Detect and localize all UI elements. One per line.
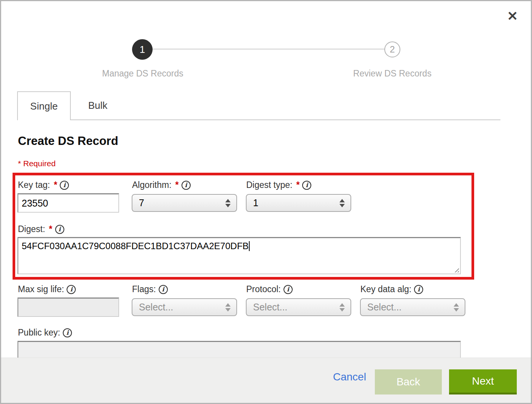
stepper-step-1-circle: 1 bbox=[132, 39, 153, 60]
digest-label: Digest: * i bbox=[18, 224, 64, 234]
required-asterisk: * bbox=[53, 180, 57, 190]
key-tag-label-text: Key tag: bbox=[18, 180, 50, 190]
stepper-step-2-circle: 2 bbox=[384, 41, 400, 57]
resize-handle-icon[interactable] bbox=[453, 267, 459, 272]
algorithm-label: Algorithm: * i bbox=[132, 180, 191, 190]
select-arrows-icon bbox=[225, 303, 231, 312]
max-sig-life-input[interactable] bbox=[18, 297, 119, 317]
select-arrows-icon bbox=[225, 199, 231, 207]
text-cursor bbox=[249, 241, 250, 251]
info-icon[interactable]: i bbox=[159, 285, 168, 294]
digest-label-text: Digest: bbox=[18, 224, 45, 234]
back-button[interactable]: Back bbox=[375, 369, 442, 394]
digest-type-label-text: Digest type: bbox=[246, 180, 292, 190]
page-title: Create DS Record bbox=[18, 134, 118, 148]
info-icon[interactable]: i bbox=[60, 181, 69, 190]
info-icon[interactable]: i bbox=[414, 285, 423, 294]
select-arrows-icon bbox=[454, 303, 459, 312]
tab-bulk[interactable]: Bulk bbox=[71, 91, 125, 119]
key-tag-input[interactable]: 23550 bbox=[18, 193, 119, 213]
algorithm-label-text: Algorithm: bbox=[132, 180, 172, 190]
protocol-select-value: Select... bbox=[253, 302, 339, 313]
digest-type-select[interactable]: 1 bbox=[246, 194, 351, 212]
required-asterisk: * bbox=[174, 180, 179, 190]
key-data-alg-label-text: Key data alg: bbox=[360, 284, 411, 294]
info-icon[interactable]: i bbox=[67, 285, 76, 294]
tab-single[interactable]: Single bbox=[17, 91, 71, 120]
stepper-step-2-label: Review DS Records bbox=[331, 68, 453, 79]
create-ds-record-modal: ✕ 1 2 Manage DS Records Review DS Record… bbox=[0, 0, 532, 404]
protocol-label-text: Protocol: bbox=[246, 284, 281, 294]
digest-textarea-value: 54FCF030AA1C79C0088FDEC1BD1C37DAA2E70DFB bbox=[22, 241, 248, 251]
digest-type-label: Digest type: * i bbox=[246, 180, 311, 190]
info-icon[interactable]: i bbox=[284, 285, 293, 294]
info-icon[interactable]: i bbox=[182, 181, 191, 190]
required-asterisk: * bbox=[295, 180, 299, 190]
next-button[interactable]: Next bbox=[449, 369, 517, 394]
stepper-connector-line bbox=[151, 49, 385, 49]
key-data-alg-select[interactable]: Select... bbox=[360, 298, 465, 316]
flags-select-value: Select... bbox=[139, 302, 225, 313]
key-tag-label: Key tag: * i bbox=[18, 180, 69, 190]
close-icon[interactable]: ✕ bbox=[507, 10, 518, 22]
stepper-step-1-label: Manage DS Records bbox=[82, 68, 204, 79]
select-arrows-icon bbox=[339, 303, 345, 312]
algorithm-select-value: 7 bbox=[139, 197, 225, 208]
modal-footer: Cancel Back Next bbox=[1, 358, 531, 403]
required-asterisk: * bbox=[48, 224, 53, 234]
public-key-label: Public key: i bbox=[18, 328, 72, 338]
algorithm-select[interactable]: 7 bbox=[132, 194, 237, 212]
info-icon[interactable]: i bbox=[55, 225, 64, 234]
key-data-alg-select-value: Select... bbox=[367, 302, 454, 313]
info-icon[interactable]: i bbox=[63, 328, 72, 337]
key-data-alg-label: Key data alg: i bbox=[360, 284, 423, 294]
protocol-select[interactable]: Select... bbox=[246, 298, 351, 316]
cancel-button[interactable]: Cancel bbox=[333, 371, 366, 383]
select-arrows-icon bbox=[339, 199, 345, 207]
flags-select[interactable]: Select... bbox=[132, 298, 237, 316]
required-note: * Required bbox=[18, 159, 56, 168]
info-icon[interactable]: i bbox=[302, 181, 311, 190]
digest-type-select-value: 1 bbox=[253, 197, 339, 208]
public-key-label-text: Public key: bbox=[18, 328, 60, 338]
tab-strip-divider bbox=[71, 119, 500, 120]
protocol-label: Protocol: i bbox=[246, 284, 293, 294]
flags-label-text: Flags: bbox=[132, 284, 156, 294]
max-sig-life-label-text: Max sig life: bbox=[18, 284, 64, 294]
digest-textarea[interactable]: 54FCF030AA1C79C0088FDEC1BD1C37DAA2E70DFB bbox=[18, 237, 461, 274]
max-sig-life-label: Max sig life: i bbox=[18, 284, 76, 294]
flags-label: Flags: i bbox=[132, 284, 168, 294]
